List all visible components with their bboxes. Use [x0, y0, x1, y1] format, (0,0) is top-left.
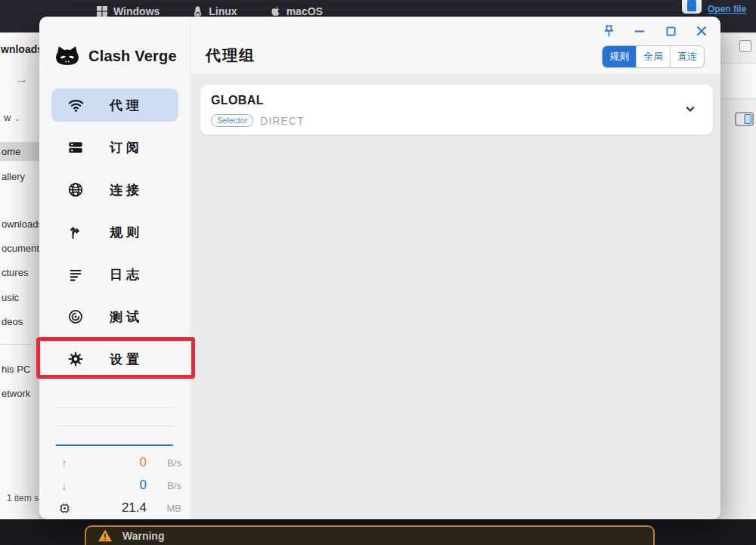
explorer-toolbar-button[interactable]: w⌄ [4, 112, 20, 123]
window-controls [600, 23, 711, 39]
sidebar-item-label: 连接 [110, 181, 143, 199]
wifi-icon [67, 97, 85, 113]
sidebar-item-pictures[interactable]: ctures [2, 267, 28, 278]
traffic-graph-gridline [56, 407, 173, 408]
sidebar-item-label: 测试 [110, 308, 143, 326]
screen: Windows Linux macOS Open file [0, 0, 756, 545]
sidebar-item-downloads[interactable]: ownloads [2, 218, 43, 230]
sidebar-item-gallery[interactable]: allery [2, 171, 25, 182]
divider [0, 344, 33, 345]
sidebar-item-label: 代理 [110, 97, 143, 114]
download-value: 0 [73, 478, 150, 493]
pin-button[interactable] [600, 23, 618, 39]
mode-switch: 规则 全局 直连 [602, 45, 705, 68]
upload-unit: B/s [150, 457, 181, 469]
expand-chevron-icon[interactable] [683, 101, 698, 116]
preview-pane-icon [735, 112, 754, 126]
proxy-group-card[interactable]: GLOBAL Selector DIRECT [200, 85, 713, 135]
app-brand: Clash Verge [54, 44, 177, 68]
traffic-graph-baseline [56, 444, 173, 446]
sidebar-item-profiles[interactable]: 订阅 [51, 131, 178, 164]
proxy-groups-area: GLOBAL Selector DIRECT [191, 74, 720, 519]
download-row: ↓ 0 B/s [51, 474, 181, 497]
warning-banner: Warning [85, 525, 655, 545]
file-explorer-left-edge: wnloads → w⌄ ome allery ownloads ocument… [0, 33, 39, 519]
sidebar-item-tests[interactable]: 测试 [51, 300, 178, 333]
memory-value: 21.4 [73, 500, 150, 516]
file-explorer-right-edge [720, 34, 756, 519]
tab-macos-label: macOS [287, 5, 323, 17]
tab-windows-label: Windows [113, 5, 160, 17]
fork-arrow-icon [67, 224, 85, 240]
explorer-window-title: wnloads [1, 43, 43, 55]
maximize-button[interactable] [662, 23, 680, 39]
divider [720, 63, 756, 63]
selector-type-badge: Selector [211, 114, 253, 127]
linux-penguin-icon [193, 6, 203, 17]
mode-direct-button[interactable]: 直连 [670, 46, 704, 67]
tab-linux-label: Linux [209, 5, 237, 17]
annotation-red-box [36, 337, 195, 379]
app-sidebar: Clash Verge 代理 [39, 17, 191, 519]
tab-linux[interactable]: Linux [193, 5, 237, 17]
upload-arrow-icon: ↑ [56, 457, 73, 469]
app-title: Clash Verge [88, 48, 177, 65]
log-lines-icon [67, 267, 85, 283]
subscription-icon [67, 139, 85, 156]
sidebar-item-connections[interactable]: 连接 [51, 173, 178, 206]
apple-logo-icon [271, 6, 280, 17]
document-icon [687, 0, 696, 11]
upload-row: ↑ 0 B/s [51, 451, 181, 474]
mode-global-button[interactable]: 全局 [636, 46, 670, 67]
memory-row[interactable]: 21.4 MB [51, 497, 181, 519]
download-unit: B/s [150, 480, 181, 491]
memory-chip-icon [56, 503, 73, 514]
sidebar-item-this-pc[interactable]: his PC [2, 364, 30, 375]
globe-icon [67, 181, 85, 198]
forward-arrow-icon[interactable]: → [15, 72, 28, 87]
clash-verge-window: Clash Verge 代理 [39, 17, 720, 519]
sidebar-item-label: 规则 [110, 224, 143, 241]
cat-logo-icon [54, 44, 81, 68]
proxy-group-meta: Selector DIRECT [211, 114, 304, 127]
radar-icon [67, 308, 85, 325]
traffic-stats: ↑ 0 B/s ↓ 0 B/s 21.4 MB [51, 451, 181, 519]
divider [720, 98, 756, 99]
downloaded-file-icon[interactable] [682, 0, 702, 14]
sidebar-item-rules[interactable]: 规则 [51, 215, 178, 249]
select-checkbox[interactable] [739, 40, 751, 52]
sidebar-item-proxies[interactable]: 代理 [51, 88, 178, 122]
sidebar-item-home[interactable]: ome [0, 142, 39, 161]
sidebar-item-label: 日志 [110, 266, 143, 283]
proxy-group-name: GLOBAL [211, 94, 264, 107]
chevron-down-icon: ⌄ [14, 114, 20, 122]
sidebar-item-videos[interactable]: deos [2, 316, 23, 327]
mode-rule-button[interactable]: 规则 [603, 46, 636, 67]
sidebar-item-network[interactable]: etwork [2, 388, 30, 399]
tab-macos[interactable]: macOS [271, 5, 323, 17]
windows-logo-icon [97, 6, 107, 17]
download-arrow-icon: ↓ [56, 479, 73, 492]
warning-label: Warning [122, 530, 164, 542]
sidebar-item-music[interactable]: usic [2, 292, 19, 303]
sidebar-item-documents[interactable]: ocuments [2, 243, 44, 254]
main-panel: 代理组 规则 全局 直连 GLOBAL Selector DIRECT [191, 17, 720, 519]
tab-windows[interactable]: Windows [97, 5, 160, 17]
close-button[interactable] [692, 23, 711, 39]
open-file-link[interactable]: Open file [708, 4, 746, 14]
selected-proxy-label: DIRECT [260, 115, 304, 127]
minimize-button[interactable] [631, 23, 649, 39]
memory-unit: MB [150, 503, 181, 514]
explorer-status-text: 1 item s [7, 493, 39, 503]
page-title: 代理组 [206, 45, 256, 66]
sidebar-item-label: 订阅 [110, 139, 143, 156]
sidebar-item-logs[interactable]: 日志 [51, 258, 178, 291]
upload-value: 0 [73, 455, 150, 470]
warning-triangle-icon [98, 529, 113, 543]
traffic-graph-gridline [56, 426, 173, 426]
